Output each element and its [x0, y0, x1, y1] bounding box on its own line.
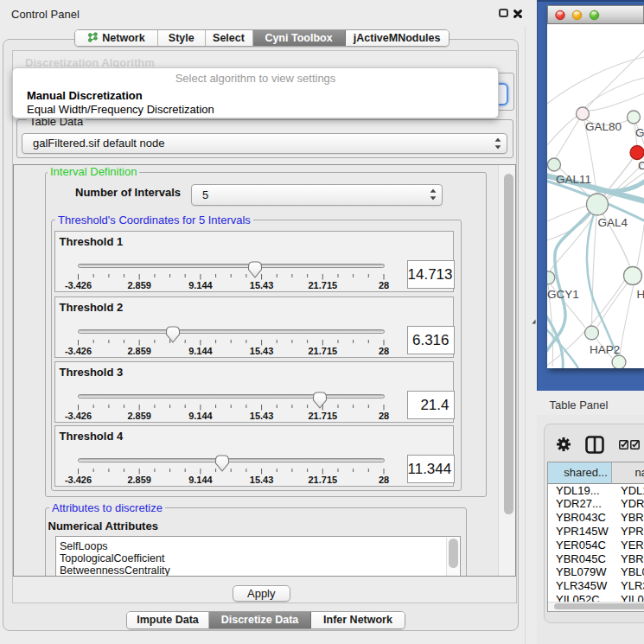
svg-text:H: H — [637, 287, 644, 300]
svg-text:HAP2: HAP2 — [590, 342, 620, 355]
svg-text:GAL11: GAL11 — [556, 173, 591, 186]
svg-text:GA: GA — [635, 126, 644, 139]
svg-text:C: C — [638, 159, 644, 172]
svg-text:GCY1: GCY1 — [547, 287, 579, 300]
svg-text:GAL4: GAL4 — [598, 216, 628, 229]
svg-text:GAL80: GAL80 — [585, 120, 622, 133]
